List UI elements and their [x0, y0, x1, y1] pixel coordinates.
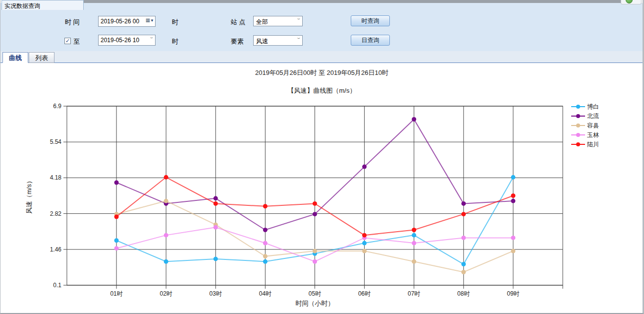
x-axis-title: 时间（小时） [296, 300, 334, 307]
to-label: 至 [73, 37, 80, 46]
data-point [511, 236, 515, 240]
x-tick-label: 08时 [457, 290, 470, 297]
legend-label: 博白 [587, 103, 599, 110]
data-point [263, 254, 268, 258]
data-point [362, 233, 367, 238]
station-value: 全部 [256, 18, 268, 25]
hour-suffix-row2: 时 [172, 37, 178, 46]
query-form-panel: 时 间 2019-05-26 00 ▦▼ 时 站 点 全部 ˇ 时查询 ✓ 至 … [0, 3, 643, 51]
end-time-value: 2019-05-26 10 [101, 37, 139, 44]
data-point [263, 228, 268, 232]
x-tick-label: 04时 [259, 290, 271, 297]
data-point [164, 259, 168, 264]
y-tick-label: 2.82 [50, 210, 62, 217]
x-tick-label: 07时 [408, 290, 420, 297]
chevron-down-icon: ˇ [297, 37, 300, 43]
browser-tab-strip [84, 0, 622, 3]
data-point [511, 193, 515, 198]
x-tick-label: 05时 [309, 290, 321, 297]
x-tick-label: 06时 [358, 290, 371, 297]
legend-label: 北流 [587, 113, 599, 120]
data-point [114, 214, 119, 219]
data-point [362, 249, 367, 253]
tab-live-data-query[interactable]: 实况数据查询 [1, 0, 84, 10]
chevron-down-icon: ˇ [297, 18, 300, 24]
data-point [313, 249, 317, 253]
x-tick-label: 03时 [210, 290, 222, 297]
data-point [164, 175, 168, 180]
legend-item-陆川: 陆川 [571, 141, 599, 148]
to-checkbox[interactable]: ✓ [64, 38, 71, 44]
legend-label: 玉林 [587, 131, 599, 138]
data-point [263, 259, 268, 264]
data-point [412, 259, 416, 264]
green-status-icon [626, 0, 633, 3]
y-tick-label: 1.46 [50, 246, 62, 253]
y-axis-title: 风速（m/s） [25, 178, 33, 214]
view-tabbar: 曲线 列表 [0, 51, 643, 63]
chart-panel: 2019年05月26日00时 至 2019年05月26日10时 【风速】曲线图（… [0, 63, 643, 313]
legend: 博白北流容县玉林陆川 [571, 103, 599, 148]
data-point [164, 199, 168, 203]
data-point [114, 238, 119, 243]
end-time-input[interactable]: 2019-05-26 10 ˇ [98, 35, 156, 46]
x-tick-label: 09时 [507, 290, 519, 297]
data-point [313, 259, 317, 264]
legend-item-博白: 博白 [571, 103, 599, 110]
data-point [114, 246, 119, 251]
y-tick-label: 0.1 [53, 282, 61, 289]
dropdown-arrow-icon[interactable]: ▼ [150, 18, 154, 23]
x-tick-label: 01时 [110, 290, 122, 297]
app-window: 实况数据查询 时 间 2019-05-26 00 ▦▼ 时 站 点 全部 ˇ 时… [0, 0, 644, 314]
data-point [214, 196, 218, 200]
data-point [362, 241, 367, 246]
data-point [313, 201, 317, 206]
data-point [412, 233, 416, 238]
element-value: 风速 [256, 38, 268, 45]
legend-label: 陆川 [587, 141, 599, 148]
data-point [214, 256, 218, 261]
tab-curve-label: 曲线 [9, 54, 22, 62]
browser-mini-tab[interactable] [621, 0, 642, 4]
data-point [412, 228, 416, 232]
element-label: 要素 [231, 37, 244, 46]
start-time-value: 2019-05-26 00 [101, 18, 139, 25]
page-tab-label: 实况数据查询 [4, 2, 40, 9]
legend-item-北流: 北流 [571, 113, 599, 120]
legend-item-玉林: 玉林 [571, 131, 599, 138]
legend-label: 容县 [587, 122, 599, 129]
data-point [313, 212, 317, 216]
data-point [114, 180, 119, 185]
data-point [461, 236, 466, 240]
data-point [263, 204, 268, 208]
data-point [511, 249, 515, 253]
y-tick-label: 4.18 [50, 174, 62, 181]
tab-curve[interactable]: 曲线 [2, 52, 28, 63]
element-select[interactable]: 风速 ˇ [253, 35, 303, 46]
hour-suffix-row1: 时 [172, 18, 178, 27]
tab-list[interactable]: 列表 [29, 52, 54, 63]
data-point [511, 199, 515, 203]
data-point [461, 270, 466, 274]
y-tick-label: 5.54 [50, 138, 62, 145]
legend-item-容县: 容县 [571, 122, 599, 129]
wind-speed-line-chart: 0.11.462.824.185.546.901时02时03时04时05时06时… [0, 63, 643, 313]
calendar-icon[interactable]: ▦ [146, 17, 150, 23]
data-point [511, 175, 515, 180]
station-select[interactable]: 全部 ˇ [253, 16, 303, 26]
hour-query-button[interactable]: 时查询 [351, 15, 390, 26]
data-point [214, 225, 218, 230]
data-point [214, 201, 218, 206]
data-point [412, 117, 416, 122]
data-point [461, 201, 466, 206]
y-tick-label: 6.9 [53, 103, 61, 110]
chevron-down-icon: ˇ [150, 37, 153, 43]
time-label: 时 间 [65, 18, 80, 27]
start-time-input[interactable]: 2019-05-26 00 ▦▼ [98, 16, 156, 27]
day-query-button[interactable]: 日查询 [351, 35, 390, 46]
data-point [164, 233, 168, 238]
grid: 0.11.462.824.185.546.901时02时03时04时05时06时… [50, 103, 563, 297]
x-tick-label: 02时 [160, 290, 172, 297]
data-point [461, 212, 466, 216]
tab-list-label: 列表 [35, 54, 48, 62]
